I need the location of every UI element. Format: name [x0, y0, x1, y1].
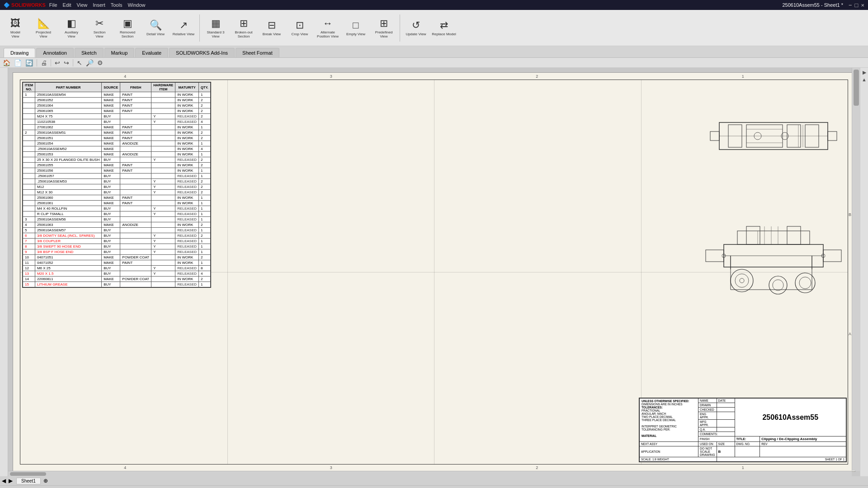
svg-rect-20	[787, 226, 801, 244]
drawing-view-top	[706, 109, 841, 164]
drawing-number: 250610Assem55	[762, 413, 818, 421]
drawing-view-bottom	[701, 217, 846, 318]
maximize-button[interactable]: □	[855, 2, 859, 9]
svg-rect-18	[737, 231, 810, 244]
minimize-button[interactable]: −	[849, 2, 852, 9]
table-row: 110210538BUYYRELEASED4	[23, 119, 211, 125]
standard-3-view-button[interactable]: ▦ Standard 3 View	[202, 12, 229, 44]
tab-drawing[interactable]: Drawing	[4, 48, 35, 57]
svg-rect-19	[746, 226, 760, 244]
tab-solidworks-addins[interactable]: SOLIDWORKS Add-Ins	[169, 48, 235, 57]
svg-point-21	[731, 269, 753, 292]
table-row: 25061065MAKEPAINTIN WORK2	[23, 108, 211, 114]
checked-value	[717, 408, 735, 412]
svg-rect-16	[706, 250, 724, 262]
title-value: Clipping / De-Clipping Assembly	[760, 436, 846, 442]
col-header-finish: FINISH	[120, 83, 151, 92]
update-view-button[interactable]: ↺ Update View	[402, 12, 429, 44]
projected-view-button[interactable]: 📐 Projected View	[30, 12, 57, 44]
removed-section-button[interactable]: ▣ Removed Section	[114, 12, 141, 44]
table-row: 25061053MAKEANODIZEIN WORK1	[23, 152, 211, 157]
drawn-value	[717, 403, 735, 408]
col-marker-bot-2: 2	[536, 465, 538, 470]
prev-sheet-icon[interactable]: ◀	[2, 478, 6, 484]
dwg-no-value	[735, 446, 760, 457]
tab-bar: Drawing Annotation Sketch Markup Evaluat…	[0, 46, 868, 58]
table-row: 1422060811MAKEPOWDER COATIN WORK2	[23, 277, 211, 282]
settings-icon[interactable]: ⚙	[97, 59, 103, 66]
col-header-qty: QTY.	[199, 83, 211, 92]
dimensions-label: DIMENSIONS ARE IN INCHES	[642, 403, 696, 406]
col-header-maturity: MATURITY	[175, 83, 199, 92]
tab-annotation[interactable]: Annotation	[36, 48, 74, 57]
removed-section-icon: ▣	[123, 18, 132, 29]
table-row: 15LITHIUM GREASEBUYRELEASED1	[23, 282, 211, 287]
scrollbar-thumb[interactable]	[10, 472, 46, 476]
table-row: 25061061MAKEPAINTIN WORK1	[23, 201, 211, 206]
section-view-button[interactable]: ✂ Section View	[86, 12, 113, 44]
scrollbar-v-thumb[interactable]	[854, 70, 859, 106]
menu-bar[interactable]: File Edit View Insert Tools Window	[49, 2, 146, 8]
relative-view-button[interactable]: ↗ Relative View	[170, 12, 197, 44]
tab-sheet-format[interactable]: Sheet Format	[236, 48, 279, 57]
break-view-button[interactable]: ⊟ Break View	[258, 12, 285, 44]
menu-view[interactable]: View	[77, 2, 88, 8]
toolbar-icon-6[interactable]: ↪	[64, 59, 69, 66]
tab-evaluate[interactable]: Evaluate	[135, 48, 168, 57]
crop-view-button[interactable]: ⊡ Crop View	[286, 12, 313, 44]
window-controls[interactable]: − □ ×	[849, 2, 864, 9]
auxiliary-view-button[interactable]: ◧ Auxiliary View	[58, 12, 85, 44]
next-sheet-icon[interactable]: ▶	[9, 478, 13, 484]
menu-edit[interactable]: Edit	[63, 2, 71, 8]
tolerancing-per-label: TOLERANCING PER:	[642, 428, 696, 431]
table-row: 83/8 SWEPT 90 HOSE ENDBUYYRELEASED1	[23, 244, 211, 249]
right-panel-icon-1[interactable]: ▶	[863, 70, 866, 75]
menu-file[interactable]: File	[49, 2, 57, 8]
detail-view-button[interactable]: 🔍 Detail View	[142, 12, 169, 44]
right-panel-icon-2[interactable]: ▲	[862, 77, 867, 82]
menu-window[interactable]: Window	[127, 2, 145, 8]
toolbar-separator-1	[199, 14, 200, 42]
menu-insert[interactable]: Insert	[93, 2, 105, 8]
toolbar-icon-5[interactable]: ↩	[55, 59, 60, 66]
predefined-view-button[interactable]: ⊞ Predefined View	[370, 12, 397, 44]
toolbar-icon-2[interactable]: 📄	[14, 59, 22, 66]
drawing-area[interactable]: 4 3 2 1 4 3 2 1 B A	[8, 68, 860, 476]
alternate-position-view-button[interactable]: ↔ Alternate Position View	[314, 12, 341, 44]
assembly-bottom-view-svg	[701, 217, 846, 317]
close-button[interactable]: ×	[861, 2, 864, 9]
horizontal-scrollbar[interactable]	[8, 471, 852, 476]
mfg-appr-label: MFG APPR.	[698, 420, 717, 427]
svg-point-25	[773, 280, 783, 291]
replace-model-button[interactable]: ⇄ Replace Model	[430, 12, 458, 44]
title-label: TITLE:	[735, 436, 760, 442]
tab-markup[interactable]: Markup	[104, 48, 135, 57]
vertical-scrollbar[interactable]	[852, 68, 860, 471]
empty-view-button[interactable]: □ Empty View	[342, 12, 369, 44]
zoom-icon[interactable]: 🔎	[86, 59, 94, 66]
update-view-icon: ↺	[412, 19, 420, 31]
broken-out-section-button[interactable]: ⊞ Broken-out Section	[230, 12, 257, 44]
svg-point-23	[740, 278, 744, 283]
svg-rect-17	[823, 250, 841, 262]
toolbar-icon-4[interactable]: 🖨	[41, 59, 47, 66]
svg-point-22	[735, 274, 749, 287]
toolbar-icon-3[interactable]: 🔄	[25, 59, 33, 66]
tab-sketch[interactable]: Sketch	[75, 48, 104, 57]
unless-specified-label: UNLESS OTHERWISE SPECIFIED:	[642, 399, 696, 403]
status-bar: SOLIDWORKS Premium 2023 Under Defined Ed…	[0, 485, 868, 488]
sheet-tab-1[interactable]: Sheet1	[16, 478, 41, 484]
toolbar-icon-1[interactable]: 🏠	[3, 59, 10, 66]
size-label: SIZE	[717, 442, 735, 446]
two-place-label: TWO PLACE DECIMAL	[642, 415, 696, 418]
model-view-button[interactable]: 🖼 Model View	[2, 12, 29, 44]
table-row: 25061052MAKEPAINTIN WORK2	[23, 98, 211, 103]
add-sheet-icon[interactable]: ⊕	[43, 478, 48, 484]
drawing-sheet: 4 3 2 1 4 3 2 1 B A	[13, 72, 855, 472]
svg-rect-7	[828, 131, 837, 141]
cursor-icon[interactable]: ↖	[77, 59, 82, 66]
col-markers-top: 4 3 2 1	[13, 74, 855, 79]
mfg-appr-value	[717, 420, 735, 427]
table-row: .250610ASSEM52MAKEIN WORK4	[23, 146, 211, 152]
menu-tools[interactable]: Tools	[111, 2, 123, 8]
